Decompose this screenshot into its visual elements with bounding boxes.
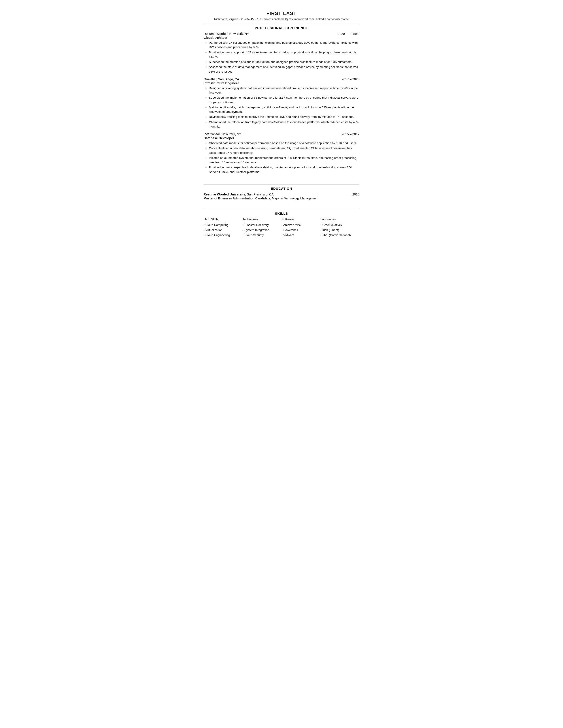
skills-col-software: Software Amazon VPC Powershell VMware [282, 218, 321, 238]
skill-soft-2: VMware [282, 233, 319, 238]
resume-header: FIRST LAST Richmond, Virginia · +1-234-4… [203, 11, 360, 21]
job-bullets-1: Partnered with 17 colleagues on patching… [209, 41, 360, 74]
experience-job-1: Resume Worded, New York, NY 2020 – Prese… [203, 32, 360, 74]
contact-info: Richmond, Virginia · +1-234-456-789 · pr… [203, 17, 360, 21]
candidate-name: FIRST LAST [203, 11, 360, 16]
skills-col-hard: Hard Skills Cloud Computing Virtualizati… [203, 218, 242, 238]
skills-col-title-languages: Languages [321, 218, 358, 221]
bullet-2-3: Devised new tracking tools to improve th… [209, 115, 360, 119]
skill-lang-2: Thai (Conversational) [321, 233, 358, 238]
bullet-3-2: Initiated an automated system that monit… [209, 156, 360, 165]
skills-list-hard: Cloud Computing Virtualization Cloud Eng… [203, 223, 240, 238]
job-title-3: Database Developer [203, 136, 360, 140]
bullet-2-4: Championed the relocation from legacy ha… [209, 120, 360, 129]
skills-list-techniques: Disaster Recovery System Integration Clo… [242, 223, 279, 238]
job-company-3: RW Capital, New York, NY [203, 132, 241, 136]
job-title-2: Infrastructure Engineer [203, 81, 360, 85]
job-bullets-2: Designed a ticketing system that tracked… [209, 86, 360, 129]
bullet-3-1: Conceptualized a new data warehouse usin… [209, 146, 360, 155]
experience-section-title: PROFESSIONAL EXPERIENCE [203, 26, 360, 30]
skill-hard-2: Cloud Engineering [203, 233, 240, 238]
edu-school-name: Resume Worded University [203, 193, 245, 196]
bullet-3-3: Provided technical expertise in database… [209, 165, 360, 174]
job-company-1: Resume Worded, New York, NY [203, 32, 249, 36]
bullet-2-1: Supervised the implementation of 68 new … [209, 96, 360, 105]
skills-col-title-techniques: Techniques [242, 218, 279, 221]
experience-job-2: Growthsi, San Diego, CA 2017 – 2020 Infr… [203, 77, 360, 129]
job-title-1: Cloud Architect [203, 36, 360, 39]
skill-lang-1: Irish (Fluent) [321, 228, 358, 233]
skills-col-techniques: Techniques Disaster Recovery System Inte… [242, 218, 282, 238]
skills-col-title-software: Software [282, 218, 319, 221]
skills-col-title-hard: Hard Skills [203, 218, 240, 221]
education-section-title: EDUCATION [203, 187, 360, 190]
education-entry-1: Resume Worded University, San Francisco,… [203, 193, 360, 200]
skills-list-software: Amazon VPC Powershell VMware [282, 223, 319, 238]
bullet-3-0: Observed data models for optimal perform… [209, 141, 360, 145]
skills-col-languages: Languages Greek (Native) Irish (Fluent) … [321, 218, 360, 238]
job-dates-2: 2017 – 2020 [342, 77, 360, 81]
skill-hard-0: Cloud Computing [203, 223, 240, 228]
job-bullets-3: Observed data models for optimal perform… [209, 141, 360, 174]
job-company-2: Growthsi, San Diego, CA [203, 77, 239, 81]
skills-section-title: SKILLS [203, 212, 360, 215]
job-dates-1: 2020 – Present [338, 32, 360, 36]
skill-tech-1: System Integration [242, 228, 279, 233]
skill-hard-1: Virtualization [203, 228, 240, 233]
skill-soft-1: Powershell [282, 228, 319, 233]
job-dates-3: 2015 – 2017 [342, 132, 360, 136]
skill-tech-0: Disaster Recovery [242, 223, 279, 228]
bullet-1-2: Supervised the creation of cloud infrast… [209, 60, 360, 64]
skill-soft-0: Amazon VPC [282, 223, 319, 228]
bullet-2-0: Designed a ticketing system that tracked… [209, 86, 360, 95]
edu-degree-1: Master of Business Administration Candid… [203, 197, 360, 200]
skills-list-languages: Greek (Native) Irish (Fluent) Thai (Conv… [321, 223, 358, 238]
skill-tech-2: Cloud Security [242, 233, 279, 238]
bullet-2-2: Maintained firewalls, patch management, … [209, 105, 360, 114]
edu-school-1: Resume Worded University, San Francisco,… [203, 193, 273, 196]
skill-lang-0: Greek (Native) [321, 223, 358, 228]
bullet-1-1: Provided technical support to 22 sales t… [209, 50, 360, 59]
bullet-1-3: Assessed the state of data management an… [209, 65, 360, 74]
experience-job-3: RW Capital, New York, NY 2015 – 2017 Dat… [203, 132, 360, 174]
bullet-1-0: Partnered with 17 colleagues on patching… [209, 41, 360, 50]
skills-divider [203, 209, 360, 209]
skills-grid: Hard Skills Cloud Computing Virtualizati… [203, 218, 360, 238]
edu-year-1: 2015 [352, 193, 360, 196]
